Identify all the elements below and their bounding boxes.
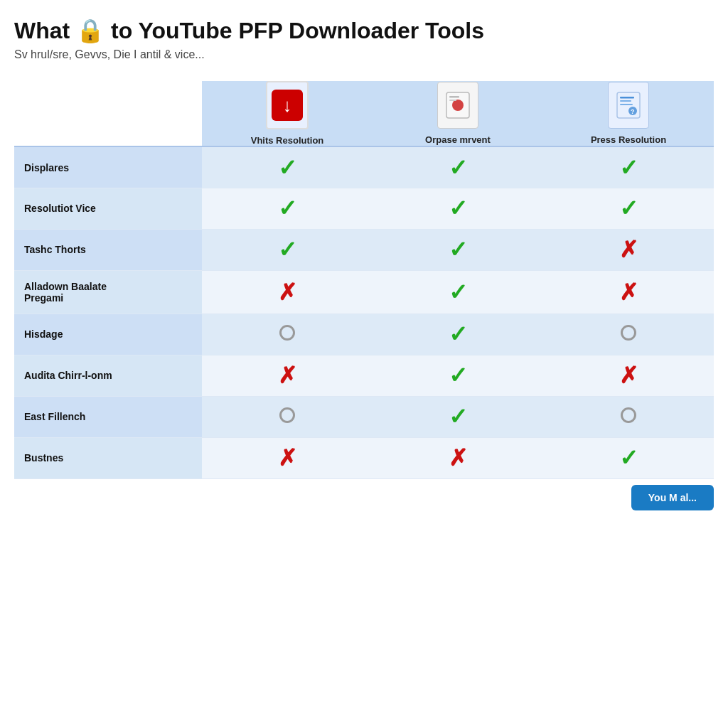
check-icon: ✓ [449, 196, 468, 221]
value-cell-6-2 [543, 396, 714, 437]
feature-header [14, 81, 202, 146]
tool-header-2: Orpase mrvent [373, 81, 543, 146]
check-icon: ✓ [449, 321, 468, 347]
value-cell-3-0: ✗ [202, 270, 373, 314]
page-title: What 🔒 to YouTube PFP Downloader Tools [14, 17, 714, 44]
value-cell-1-1: ✓ [373, 188, 543, 229]
check-icon: ✓ [449, 155, 468, 181]
cross-icon: ✗ [449, 445, 468, 471]
check-icon: ✓ [278, 155, 297, 181]
comparison-table: ↓ Vhits Resolution Orpase mrv [14, 81, 714, 479]
circle-icon [621, 325, 636, 341]
cta-row: You M al... [14, 485, 714, 510]
table-header-row: ↓ Vhits Resolution Orpase mrv [14, 81, 714, 146]
feature-cell: Hisdage [14, 314, 202, 355]
circle-icon [279, 407, 295, 423]
tool-icon-1: ↓ [266, 81, 309, 129]
value-cell-5-1: ✓ [373, 355, 543, 396]
check-icon: ✓ [278, 237, 297, 262]
value-cell-6-0 [202, 396, 373, 437]
value-cell-4-1: ✓ [373, 314, 543, 355]
tool-name-2: Orpase mrvent [425, 134, 491, 145]
value-cell-7-1: ✗ [373, 437, 543, 478]
svg-rect-6 [620, 100, 631, 102]
svg-text:?: ? [631, 108, 635, 115]
table-row: East Fillench✓ [14, 396, 714, 437]
table-row: Resolutiot Vice✓✓✓ [14, 188, 714, 229]
tool-icon-3: ? [608, 82, 649, 129]
feature-cell: Tashc Thorts [14, 229, 202, 270]
check-icon: ✓ [619, 445, 638, 471]
cross-icon: ✗ [278, 445, 297, 471]
value-cell-3-1: ✓ [373, 270, 543, 314]
value-cell-1-0: ✓ [202, 188, 373, 229]
value-cell-0-0: ✓ [202, 146, 373, 188]
check-icon: ✓ [449, 279, 468, 305]
value-cell-1-2: ✓ [543, 188, 714, 229]
table-row: Tashc Thorts✓✓✗ [14, 229, 714, 270]
table-row: Hisdage✓ [14, 314, 714, 355]
svg-rect-2 [449, 96, 459, 98]
table-row: Bustnes✗✗✓ [14, 437, 714, 478]
cross-icon: ✗ [278, 363, 297, 388]
tool-icon-2 [437, 82, 478, 129]
svg-rect-3 [449, 100, 456, 101]
cross-icon: ✗ [278, 279, 297, 305]
cross-icon: ✗ [619, 363, 638, 388]
feature-cell: Resolutiot Vice [14, 188, 202, 229]
cross-icon: ✗ [619, 237, 638, 262]
svg-rect-5 [620, 97, 634, 99]
circle-icon [279, 325, 295, 341]
circle-icon [621, 407, 636, 423]
table-row: Displares✓✓✓ [14, 146, 714, 188]
value-cell-5-2: ✗ [543, 355, 714, 396]
table-row: Alladown Baalate Pregami✗✓✗ [14, 270, 714, 314]
value-cell-4-0 [202, 314, 373, 355]
check-icon: ✓ [449, 237, 468, 262]
value-cell-7-2: ✓ [543, 437, 714, 478]
value-cell-4-2 [543, 314, 714, 355]
download-arrow-icon: ↓ [272, 90, 303, 121]
value-cell-0-1: ✓ [373, 146, 543, 188]
feature-cell: Audita Chirr-l-onm [14, 355, 202, 396]
tool-name-3: Press Resolution [591, 134, 666, 145]
value-cell-2-0: ✓ [202, 229, 373, 270]
cta-button[interactable]: You M al... [631, 485, 714, 510]
value-cell-2-2: ✗ [543, 229, 714, 270]
tool-name-1: Vhits Resolution [251, 135, 324, 146]
value-cell-2-1: ✓ [373, 229, 543, 270]
value-cell-3-2: ✗ [543, 270, 714, 314]
feature-cell: Bustnes [14, 437, 202, 478]
svg-rect-7 [620, 104, 633, 105]
check-icon: ✓ [619, 196, 638, 221]
table-row: Audita Chirr-l-onm✗✓✗ [14, 355, 714, 396]
tool-header-1: ↓ Vhits Resolution [202, 81, 373, 146]
svg-point-1 [452, 100, 464, 111]
check-icon: ✓ [278, 196, 297, 221]
check-icon: ✓ [619, 155, 638, 181]
feature-cell: Displares [14, 146, 202, 188]
cross-icon: ✗ [619, 279, 638, 305]
value-cell-7-0: ✗ [202, 437, 373, 478]
feature-cell: East Fillench [14, 396, 202, 437]
table-body: Displares✓✓✓Resolutiot Vice✓✓✓Tashc Thor… [14, 146, 714, 478]
value-cell-6-1: ✓ [373, 396, 543, 437]
check-icon: ✓ [449, 404, 468, 429]
value-cell-5-0: ✗ [202, 355, 373, 396]
tool-header-3: ? Press Resolution [543, 81, 714, 146]
check-icon: ✓ [449, 363, 468, 388]
page-subtitle: Sv hrul/sre, Gevvs, Die I antil & vice..… [14, 48, 714, 61]
value-cell-0-2: ✓ [543, 146, 714, 188]
feature-cell: Alladown Baalate Pregami [14, 270, 202, 314]
